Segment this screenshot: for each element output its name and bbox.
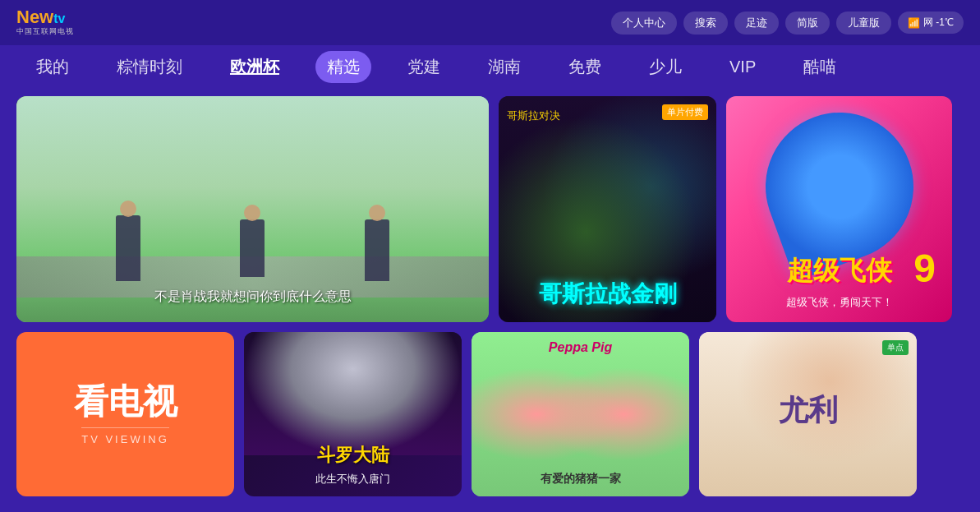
header: Newtv 中国互联网电视 个人中心 搜索 足迹 简版 儿童版 📶 网 -1℃ — [0, 0, 980, 45]
scene-figures — [16, 182, 489, 281]
header-right: 个人中心 搜索 足迹 简版 儿童版 📶 网 -1℃ — [611, 12, 964, 35]
anime-subtitle: 此生不悔入唐门 — [244, 472, 462, 487]
card2-pay-badge: 单片付费 — [662, 104, 708, 120]
nav-item-party[interactable]: 党建 — [396, 51, 452, 83]
bottom-row: 看电视 TV VIEWING 斗罗大陆 此生不悔入唐门 Peppa Pig 有爱… — [16, 332, 952, 496]
dance-title: 尤利 — [779, 390, 838, 431]
logo-text: Newtv — [16, 8, 74, 26]
nav-item-euro[interactable]: 欧洲杯 — [219, 51, 291, 83]
card3-bg: 超级飞侠 9 超级飞侠，勇闯天下！ — [726, 96, 952, 322]
tv-main-text: 看电视 — [74, 383, 177, 421]
tv-sub-text: TV VIEWING — [81, 427, 169, 445]
anime-title: 斗罗大陆 — [244, 443, 462, 468]
kids-mode-btn[interactable]: 儿童版 — [836, 12, 891, 35]
wifi-icon: 📶 — [908, 17, 920, 29]
card-main-subtitle: 不是肖战我就想问你到底什么意思 — [16, 288, 489, 306]
card-peppa[interactable]: Peppa Pig 有爱的猪猪一家 — [472, 332, 689, 496]
card-superwings[interactable]: 超级飞侠 9 超级飞侠，勇闯天下！ — [726, 96, 952, 322]
card-godzilla[interactable]: 哥斯拉对决 单片付费 哥斯拉战金刚 — [499, 96, 716, 322]
card-tv-viewing[interactable]: 看电视 TV VIEWING — [16, 332, 234, 496]
anime-figure — [244, 332, 462, 455]
figure-3 — [365, 219, 389, 281]
plane-body — [766, 113, 913, 261]
nav-bar: 我的 粽情时刻 欧洲杯 精选 党建 湖南 免费 少儿 VIP 酷喵 — [0, 45, 980, 88]
weather-badge: 📶 网 -1℃ — [898, 12, 964, 34]
weather-text: 网 -1℃ — [923, 16, 954, 30]
content-grid: 不是肖战我就想问你到底什么意思 哥斯拉对决 单片付费 哥斯拉战金刚 超级飞侠 9… — [0, 88, 980, 505]
nav-item-zongqing[interactable]: 粽情时刻 — [105, 51, 194, 83]
search-btn[interactable]: 搜索 — [683, 12, 728, 35]
nav-item-hunan[interactable]: 湖南 — [476, 51, 532, 83]
dance-badge: 单点 — [882, 340, 909, 355]
card-main[interactable]: 不是肖战我就想问你到底什么意思 — [16, 96, 489, 322]
personal-center-btn[interactable]: 个人中心 — [611, 12, 677, 35]
peppa-logo: Peppa Pig — [549, 340, 612, 355]
nav-item-kumiao[interactable]: 酷喵 — [792, 51, 848, 83]
logo-tv: tv — [53, 12, 65, 25]
card2-top-text: 哥斯拉对决 — [507, 108, 560, 123]
peppa-title: 有爱的猪猪一家 — [472, 472, 689, 487]
card2-title: 哥斯拉战金刚 — [499, 279, 716, 310]
history-btn[interactable]: 足迹 — [734, 12, 779, 35]
card3-number: 9 — [913, 246, 936, 291]
nav-item-selected[interactable]: 精选 — [315, 51, 371, 83]
figure-1 — [116, 215, 140, 281]
card3-subtitle: 超级飞侠，勇闯天下！ — [726, 295, 952, 310]
nav-item-vip[interactable]: VIP — [718, 53, 767, 81]
nav-item-kids[interactable]: 少儿 — [637, 51, 693, 83]
logo: Newtv 中国互联网电视 — [16, 8, 74, 37]
card-dance[interactable]: 尤利 单点 — [699, 332, 917, 496]
logo-new: New — [16, 7, 53, 27]
card-main-bg: 不是肖战我就想问你到底什么意思 — [16, 96, 489, 322]
card-anime[interactable]: 斗罗大陆 此生不悔入唐门 — [244, 332, 462, 496]
logo-subtitle: 中国互联网电视 — [16, 26, 74, 37]
card2-bg: 哥斯拉对决 单片付费 哥斯拉战金刚 — [499, 96, 716, 322]
figure-2 — [240, 219, 265, 277]
nav-item-free[interactable]: 免费 — [557, 51, 613, 83]
simple-mode-btn[interactable]: 简版 — [785, 12, 830, 35]
nav-item-my[interactable]: 我的 — [25, 51, 81, 83]
